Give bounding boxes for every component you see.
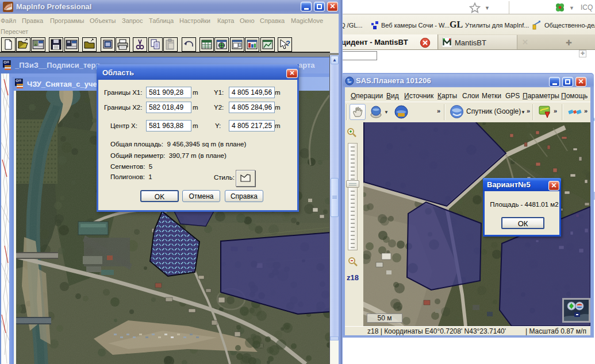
svg-text:?: ? (286, 39, 290, 48)
